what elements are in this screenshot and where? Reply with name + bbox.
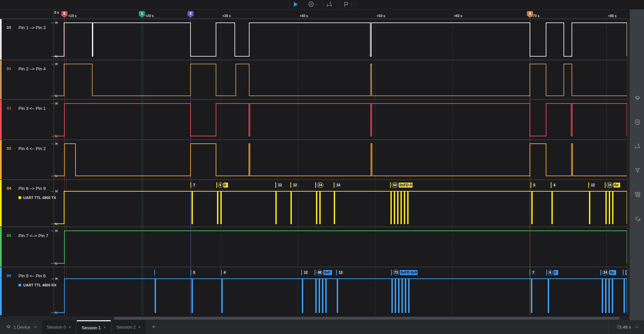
annotation-badge: 24	[602, 270, 608, 275]
sidebar-capture-button[interactable]	[633, 94, 642, 103]
bottom-bar: 1 Device Session 0×Session 1×Session 2×+…	[0, 320, 644, 334]
analyzer-color-swatch	[18, 284, 21, 286]
sidebar-extensions-button[interactable]	[633, 191, 642, 199]
annotation-badge: 6	[548, 270, 553, 275]
play-button[interactable]	[292, 1, 299, 9]
timing-markers-button[interactable]: 3	[326, 1, 332, 9]
toolbar-separator	[323, 1, 323, 8]
channel-name[interactable]: Pin 1 –> Pin 3	[18, 25, 46, 30]
tab-close-icon[interactable]: ×	[139, 325, 141, 330]
annotation-highlight: 0xFD·0	[399, 183, 413, 188]
channel-row[interactable]: D0Pin 1 –> Pin 3HL	[0, 19, 627, 60]
right-sidebar: 1F3	[630, 9, 644, 316]
annotation-badge: 12	[277, 183, 283, 188]
capture-duration-selector[interactable]: 73.46 s	[609, 320, 639, 334]
chevron-down-icon	[350, 2, 354, 8]
annotations-menu-button[interactable]	[343, 1, 354, 9]
annotation-start-tick	[301, 270, 302, 275]
timeline-ruler[interactable]: 0 s+10 s+20 s+30 s+40 s+50 s+60 s+70 s+8…	[0, 10, 644, 19]
waveform-d2[interactable]	[54, 100, 627, 139]
channel-badge: D2	[7, 107, 11, 110]
annotation-badge: 13	[338, 270, 343, 275]
timing-markers-icon: 3	[634, 143, 641, 151]
uart-annotation-row: 5412480xF13730xFD·0x9760240x0	[54, 270, 627, 276]
channel-color-stripe	[0, 19, 2, 60]
uart-annotation: 12	[290, 182, 298, 188]
annotation-start-tick	[315, 182, 316, 188]
session-tab[interactable]: Session 1×	[77, 320, 111, 334]
uart-annotation: 60	[216, 182, 228, 188]
horizontal-scrollbar-thumb[interactable]	[114, 317, 620, 320]
channel-row[interactable]: D3Pin 4 <– Pin 2HL	[0, 140, 627, 179]
channel-row[interactable]: D1Pin 2 –> Pin 4HL	[0, 60, 627, 99]
channel-name[interactable]: Pin 7 <–> Pin 7	[18, 233, 48, 238]
waveform-d3[interactable]	[54, 140, 627, 179]
tab-label: Session 1	[82, 325, 101, 330]
annotation-badge: 6	[218, 182, 223, 188]
annotation-badge: 12	[303, 270, 309, 275]
channel-name[interactable]: Pin 6 –> Pin 9	[18, 186, 46, 191]
uart-annotation: 13	[336, 270, 343, 275]
sidebar-trigger-button[interactable]: 1F	[633, 118, 642, 127]
time-tick-label: +40 s	[300, 14, 308, 18]
chevron-down-icon	[634, 324, 639, 330]
analyzer-label[interactable]: UART TTL 4800 RX	[18, 283, 56, 287]
timing-marker-flag[interactable]: 1	[139, 11, 145, 18]
device-label: 1 Device	[13, 325, 31, 330]
annotation-start-tick	[600, 270, 601, 275]
trigger-menu-button[interactable]: 1F	[308, 1, 319, 9]
channel-name[interactable]: Pin 9 <– Pin 6	[18, 273, 46, 278]
annotation-badge: 60	[392, 182, 398, 188]
waveform-d0[interactable]	[54, 19, 627, 60]
timing-marker-flag[interactable]: 2	[187, 11, 194, 18]
uart-annotation: 12	[301, 270, 309, 275]
channel-color-stripe	[0, 140, 2, 179]
uart-annotation: 600xFD·0	[390, 182, 413, 188]
channel-color-stripe	[0, 60, 2, 99]
channel-name[interactable]: Pin 4 <– Pin 2	[18, 146, 46, 151]
annotation-badge: 24	[606, 182, 613, 188]
annotation-start-tick	[275, 182, 276, 188]
annotation-start-tick	[530, 270, 530, 275]
session-tab[interactable]: Session 2×	[112, 320, 146, 334]
tab-close-icon[interactable]: ×	[104, 325, 106, 330]
horizontal-scrollbar[interactable]	[0, 316, 630, 320]
session-tab[interactable]: Session 0×	[42, 320, 76, 334]
sidebar-notes-button[interactable]	[633, 215, 642, 223]
timing-markers-icon: 3	[326, 1, 332, 9]
annotation-badge: 5	[192, 270, 196, 275]
toolbar-separator	[289, 1, 289, 8]
channel-name[interactable]: Pin 2 –> Pin 4	[18, 66, 46, 71]
time-tick-label: +20 s	[145, 14, 154, 18]
time-tick-label: +50 s	[377, 14, 385, 18]
trigger-hex-1f-icon: 1F	[634, 119, 641, 127]
channel-name[interactable]: Pin 3 <– Pin 1	[18, 106, 46, 111]
annotation-start-tick	[391, 270, 392, 275]
uart-annotation: 480xF	[315, 270, 332, 275]
annotation-start-tick	[315, 270, 315, 275]
timing-marker-flag[interactable]: 0	[61, 11, 67, 18]
channel-row[interactable]: D4Pin 6 –> Pin 9UART TTL 4800 TXHL760121…	[0, 180, 627, 226]
channel-row[interactable]: D2Pin 3 <– Pin 1HL	[0, 100, 627, 139]
uart-annotation: 5	[191, 270, 196, 275]
waveform-d5[interactable]	[54, 227, 627, 267]
annotations-funnel-icon	[634, 167, 641, 175]
tab-close-icon[interactable]: ×	[69, 325, 71, 330]
uart-annotation: 12	[275, 182, 283, 188]
annotation-badge: 12	[590, 183, 596, 188]
new-tab-button[interactable]: +	[149, 320, 159, 334]
waveform-d1[interactable]	[54, 60, 627, 99]
uart-annotation: 60	[546, 270, 558, 275]
logic-analyzer-app: 1F3 0 s+10 s+20 s+30 s+40 s+50 s+60 s+70…	[0, 0, 644, 334]
uart-annotation: 7	[530, 270, 535, 275]
analyzer-label[interactable]: UART TTL 4800 TX	[18, 196, 56, 200]
annotation-start-tick	[588, 182, 589, 188]
device-selector[interactable]: 1 Device	[4, 320, 40, 334]
channel-row[interactable]: D6Pin 9 <– Pin 6UART TTL 4800 RXHL541248…	[0, 267, 627, 315]
uart-annotation: 7	[191, 182, 196, 188]
sidebar-measurements-button[interactable]: 3	[633, 142, 642, 151]
time-tick-label: +80 s	[608, 14, 616, 18]
channel-row[interactable]: D5Pin 7 <–> Pin 7HL	[0, 227, 627, 267]
sidebar-annotations-button[interactable]	[633, 166, 642, 175]
annotation-start-tick	[221, 270, 222, 275]
